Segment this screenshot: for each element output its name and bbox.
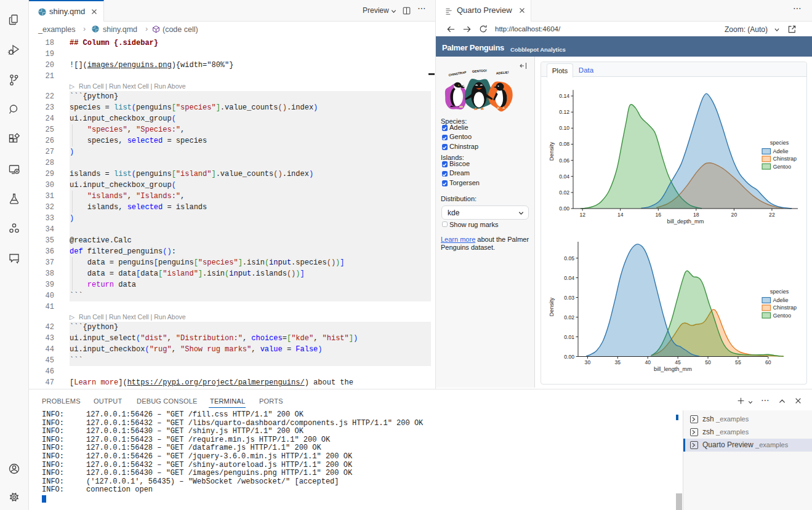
svg-text:12: 12 xyxy=(579,212,585,218)
svg-text:Adelie: Adelie xyxy=(773,297,789,303)
svg-text:0.00: 0.00 xyxy=(564,354,574,360)
svg-text:14: 14 xyxy=(617,212,624,218)
svg-text:22: 22 xyxy=(769,212,775,218)
svg-text:bill_depth_mm: bill_depth_mm xyxy=(667,218,704,225)
svg-text:50: 50 xyxy=(705,359,711,365)
svg-text:Chinstrap: Chinstrap xyxy=(773,156,797,162)
svg-text:0.04: 0.04 xyxy=(564,275,574,281)
svg-text:0.00: 0.00 xyxy=(559,205,569,212)
svg-text:40: 40 xyxy=(645,359,651,365)
svg-text:30: 30 xyxy=(585,359,591,365)
svg-text:Adelie: Adelie xyxy=(773,148,789,154)
svg-text:0.08: 0.08 xyxy=(559,141,569,147)
svg-text:CHINSTRAP: CHINSTRAP xyxy=(448,70,467,77)
svg-text:0.14: 0.14 xyxy=(559,93,569,99)
svg-text:species: species xyxy=(770,289,789,295)
svg-text:0.03: 0.03 xyxy=(564,295,574,301)
svg-text:Gentoo: Gentoo xyxy=(773,313,792,319)
svg-text:0.02: 0.02 xyxy=(564,314,574,321)
svg-text:species: species xyxy=(770,140,789,146)
svg-text:18: 18 xyxy=(693,212,699,218)
svg-text:20: 20 xyxy=(731,212,738,218)
svg-text:bill_length_mm: bill_length_mm xyxy=(654,366,692,372)
svg-text:Density: Density xyxy=(549,141,555,161)
svg-text:0.12: 0.12 xyxy=(559,109,569,115)
svg-text:45: 45 xyxy=(675,359,681,365)
svg-text:Gentoo: Gentoo xyxy=(773,164,792,170)
svg-text:35: 35 xyxy=(615,359,621,365)
svg-text:Chinstrap: Chinstrap xyxy=(773,305,797,311)
svg-text:55: 55 xyxy=(735,359,741,365)
svg-text:0.10: 0.10 xyxy=(559,125,569,131)
svg-text:ADELIE!: ADELIE! xyxy=(496,70,509,75)
svg-text:16: 16 xyxy=(656,212,662,218)
svg-text:60: 60 xyxy=(765,359,771,365)
svg-text:0.01: 0.01 xyxy=(564,334,574,340)
svg-text:0.05: 0.05 xyxy=(564,255,574,261)
svg-text:0.02: 0.02 xyxy=(559,189,569,196)
svg-text:0.04: 0.04 xyxy=(559,173,569,180)
svg-text:Density: Density xyxy=(549,297,555,316)
svg-text:GENTOO!: GENTOO! xyxy=(472,68,488,73)
svg-text:0.06: 0.06 xyxy=(559,157,569,164)
